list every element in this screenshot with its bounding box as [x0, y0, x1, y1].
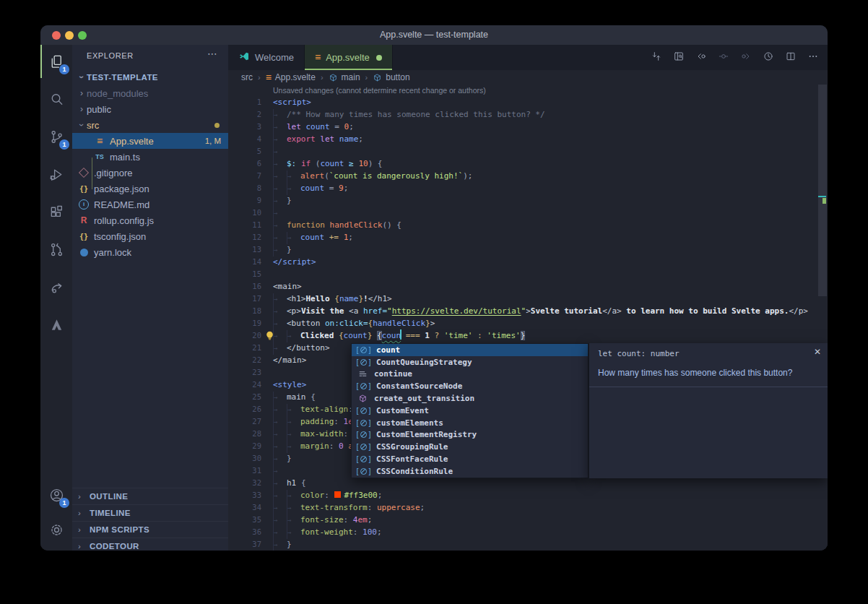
- git-status-badge: 1, M: [205, 137, 221, 145]
- nav-dot-icon[interactable]: [718, 51, 729, 65]
- tree-root[interactable]: ›TEST-TEMPLATE: [72, 69, 228, 85]
- split-icon[interactable]: [785, 51, 797, 65]
- breadcrumb-item-app-svelte[interactable]: ≡App.svelte: [266, 72, 316, 82]
- suggest-item-continue[interactable]: continue: [352, 368, 588, 381]
- code-line-15[interactable]: 15: [228, 268, 828, 280]
- activity-live-share-icon[interactable]: [40, 270, 72, 303]
- file-item-tsconfig.json[interactable]: {}tsconfig.json: [72, 228, 228, 244]
- code-line-8[interactable]: 8→→count = 9;: [228, 182, 828, 194]
- activity-search-icon[interactable]: [40, 82, 72, 116]
- symbol-variable-icon: []: [355, 419, 372, 427]
- breadcrumb-item-button[interactable]: button: [373, 72, 409, 82]
- code-line-7[interactable]: 7→→alert(`count is dangerously high!`);: [228, 170, 828, 182]
- suggest-item-count[interactable]: []count: [352, 344, 588, 356]
- file-item-yarn.lock[interactable]: yarn.lock: [72, 244, 228, 260]
- file-item-rollup.config.js[interactable]: Rrollup.config.js: [72, 212, 228, 228]
- chevron-icon: ›: [77, 88, 87, 98]
- title-bar[interactable]: App.svelte — test-template: [40, 25, 828, 45]
- codelens-unsaved-changes[interactable]: Unsaved changes (cannot determine recent…: [228, 85, 828, 96]
- suggest-item-CountQueuingStrategy[interactable]: []CountQueuingStrategy: [352, 356, 588, 368]
- breadcrumb-item-main[interactable]: main: [329, 72, 360, 82]
- code-line-16[interactable]: 16<main>: [228, 280, 828, 293]
- gl-preview-icon[interactable]: [673, 51, 685, 65]
- suggest-label: CustomElementRegistry: [376, 430, 477, 439]
- breadcrumb-item-src[interactable]: src: [241, 72, 253, 82]
- file-label: yarn.lock: [94, 247, 131, 258]
- section-codetour[interactable]: ›CODETOUR: [72, 538, 228, 551]
- suggest-item-customElements[interactable]: []customElements: [352, 417, 588, 429]
- code-line-37[interactable]: 37→}: [228, 538, 828, 551]
- sidebar-title: EXPLORER: [87, 51, 134, 60]
- code-line-17[interactable]: 17→<h1>Hello {name}!</h1>: [228, 293, 828, 305]
- scrollbar[interactable]: [817, 85, 828, 551]
- code-line-9[interactable]: 9→}: [228, 194, 828, 207]
- history-icon[interactable]: [763, 51, 774, 65]
- breadcrumb: src›≡App.svelte›main›button: [228, 70, 828, 85]
- suggest-label: CustomEvent: [376, 406, 429, 415]
- tab-welcome[interactable]: Welcome: [228, 45, 305, 70]
- code-line-6[interactable]: 6→$: if (count ≥ 10) {: [228, 158, 828, 170]
- code-line-13[interactable]: 13→}: [228, 243, 828, 256]
- suggest-item-CustomElementRegistry[interactable]: []CustomElementRegistry: [352, 429, 588, 441]
- code-line-10[interactable]: 10→: [228, 207, 828, 219]
- more-icon[interactable]: [807, 51, 819, 65]
- scrollbar-thumb[interactable]: [818, 85, 827, 296]
- gl-compare-icon[interactable]: [651, 51, 662, 65]
- chevron-icon: ›: [78, 525, 88, 534]
- file-item-main.ts[interactable]: TSmain.ts: [72, 149, 228, 165]
- file-item-App.svelte[interactable]: ≡App.svelte1, M: [72, 133, 228, 149]
- suggest-item-ConstantSourceNode[interactable]: []ConstantSourceNode: [352, 380, 588, 392]
- code-line-12[interactable]: 12→→count += 1;: [228, 231, 828, 243]
- suggest-item-CustomEvent[interactable]: []CustomEvent: [352, 405, 588, 417]
- activity-explorer-icon[interactable]: 1: [40, 45, 72, 78]
- code-line-34[interactable]: 34→→text-transform: uppercase;: [228, 501, 828, 514]
- section-timeline[interactable]: ›TIMELINE: [72, 504, 228, 521]
- activity-accounts-icon[interactable]: 1: [40, 478, 72, 512]
- code-line-20[interactable]: 20→→Clicked {count} {coun === 1 ? 'time'…: [228, 329, 828, 342]
- lightbulb-icon[interactable]: [264, 330, 275, 341]
- file-item-src[interactable]: ›src: [72, 117, 228, 133]
- file-item-package.json[interactable]: {}package.json: [72, 181, 228, 197]
- suggest-item-CSSConditionRule[interactable]: []CSSConditionRule: [352, 465, 588, 478]
- file-label: README.md: [94, 199, 149, 210]
- file-label: public: [87, 104, 111, 115]
- section-npm-scripts[interactable]: ›NPM SCRIPTS: [72, 521, 228, 538]
- code-line-33[interactable]: 33→→color: #ff3e00;: [228, 489, 828, 501]
- close-icon[interactable]: ✕: [814, 347, 821, 357]
- code-line-11[interactable]: 11→function handleClick() {: [228, 219, 828, 231]
- file-item-node_modules[interactable]: ›node_modules: [72, 85, 228, 101]
- more-actions-icon[interactable]: ⋯: [207, 48, 218, 59]
- code-line-4[interactable]: 4→export let name;: [228, 133, 828, 145]
- nav-fwd-icon[interactable]: [740, 51, 752, 65]
- code-line-14[interactable]: 14</script>: [228, 256, 828, 268]
- code-viewport[interactable]: Unsaved changes (cannot determine recent…: [228, 85, 828, 551]
- json-file-icon: {}: [78, 183, 90, 194]
- code-line-19[interactable]: 19→<button on:click={handleClick}>: [228, 317, 828, 329]
- activity-run-debug-icon[interactable]: [40, 158, 72, 191]
- suggest-item-CSSGroupingRule[interactable]: []CSSGroupingRule: [352, 441, 588, 453]
- code-line-1[interactable]: 1<script>: [228, 96, 828, 108]
- code-line-32[interactable]: 32→h1 {: [228, 477, 828, 489]
- code-line-36[interactable]: 36→→font-weight: 100;: [228, 526, 828, 538]
- activity-extensions-icon[interactable]: [40, 195, 72, 228]
- chevron-icon: ›: [77, 120, 87, 130]
- code-line-5[interactable]: 5→: [228, 145, 828, 158]
- activity-pull-requests-icon[interactable]: [40, 233, 72, 266]
- activity-settings-icon[interactable]: [40, 513, 72, 546]
- nav-back-icon[interactable]: [695, 51, 707, 65]
- code-line-35[interactable]: 35→→font-size: 4em;: [228, 514, 828, 526]
- file-item-.gitignore[interactable]: .gitignore: [72, 165, 228, 181]
- code-line-3[interactable]: 3→let count = 0;: [228, 121, 828, 133]
- activity-azure-icon[interactable]: [40, 308, 72, 341]
- code-line-2[interactable]: 2→/** How many times has someone clicked…: [228, 108, 828, 121]
- activity-source-control-icon[interactable]: 1: [40, 120, 72, 153]
- tab-app-svelte[interactable]: ≡App.svelte: [305, 45, 393, 70]
- file-item-public[interactable]: ›public: [72, 101, 228, 117]
- explorer-sidebar: EXPLORER ⋯ ›TEST-TEMPLATE›node_modules›p…: [72, 45, 229, 551]
- section-outline[interactable]: ›OUTLINE: [72, 488, 228, 504]
- file-item-README.md[interactable]: iREADME.md: [72, 197, 228, 212]
- suggest-item-create_out_transition[interactable]: create_out_transition: [352, 392, 588, 405]
- suggest-item-CSSFontFaceRule[interactable]: []CSSFontFaceRule: [352, 453, 588, 465]
- tab-label: App.svelte: [326, 52, 370, 63]
- code-line-18[interactable]: 18→<p>Visit the <a href="https://svelte.…: [228, 305, 828, 317]
